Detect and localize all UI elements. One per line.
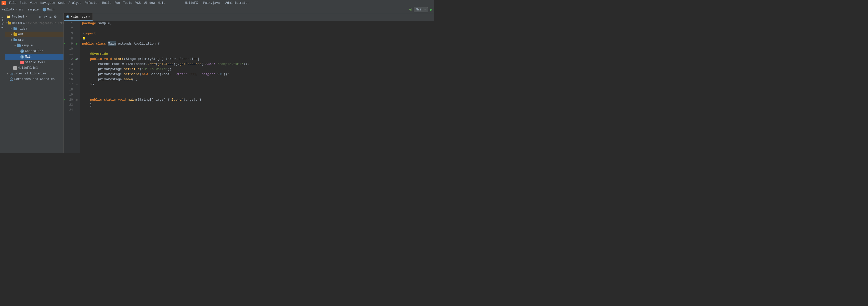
breadcrumb-src[interactable]: src [18, 8, 24, 11]
tree-item-out[interactable]: ▶ out [5, 32, 63, 37]
scratches-label: Scratches and Consoles [14, 77, 55, 81]
code-line-19 [82, 92, 432, 97]
tree-item-scratches[interactable]: c Scratches and Consoles [5, 76, 63, 82]
breadcrumb-main[interactable]: Main [47, 8, 55, 11]
code-content[interactable]: package sample; ⊟import ... 💡 public cla… [80, 21, 434, 153]
sidebar-collapse-button[interactable]: ⇌ [43, 14, 48, 19]
run-config-button[interactable]: Main ▼ [414, 7, 428, 12]
main-label: Main [25, 55, 32, 59]
tree-item-idea[interactable]: ▶ .idea [5, 26, 63, 32]
classname-app: Application [134, 41, 156, 46]
out-label: out [18, 33, 24, 36]
close-15: )); [223, 72, 229, 77]
menu-build[interactable]: Build [101, 1, 113, 5]
dot-13a: . [146, 62, 148, 67]
hellofx-path: D:\IdeaProjects\HelloFX [26, 22, 63, 25]
tree-item-src[interactable]: ▼ src [5, 37, 63, 43]
run-button-icon[interactable]: ▶ [430, 7, 433, 12]
var-root: root = [112, 62, 126, 67]
extends-kw: extends [116, 41, 134, 46]
idea-label: .idea [18, 27, 27, 31]
tree-item-iml[interactable]: HelloFX.iml [5, 65, 63, 71]
method-getresource: getResource [180, 62, 202, 67]
menu-analyze[interactable]: Analyze [67, 1, 83, 5]
nav-back-icon[interactable]: ◄ [409, 7, 412, 12]
menu-refactor[interactable]: Refactor [83, 1, 101, 5]
tab-close-icon[interactable]: ✕ [89, 15, 90, 18]
sample-fxml-label: sample.fxml [25, 61, 45, 64]
code-line-24 [82, 107, 432, 113]
line-num-1: 1 [64, 21, 74, 26]
tree-item-main[interactable]: C Main [5, 54, 63, 60]
comma-15: , [195, 72, 202, 77]
menu-file[interactable]: File [8, 1, 18, 5]
tree-item-hellofx[interactable]: ▼ HelloFX D:\IdeaProjects\HelloFX [5, 21, 63, 26]
code-line-20: public static void main(String[] args) {… [82, 97, 432, 102]
sidebar-settings-button[interactable]: ⚙ [53, 14, 58, 19]
code-area: 1 2 3 8 ▶9 10 11 12 13 14 15 16 17 18 [64, 21, 434, 153]
fold-brace-icon[interactable]: ⊟ [90, 82, 92, 87]
sidebar-dropdown-icon[interactable]: ▼ [26, 15, 27, 18]
sidebar-filter-button[interactable]: ≡ [49, 14, 52, 19]
line-num-14: 14 [64, 67, 74, 72]
kw-static-20: static [104, 97, 118, 102]
code-line-1: package sample; [82, 21, 432, 26]
line-num-11: 11 [64, 52, 74, 57]
fxml-icon [21, 61, 24, 64]
hellofx-folder-icon [8, 22, 11, 25]
breadcrumb-hellofx[interactable]: HelloFX [2, 8, 14, 11]
fold-gutter-20[interactable]: ⊟ [76, 99, 78, 101]
run-gutter-9[interactable]: ▶ [76, 42, 78, 45]
app-icon: J [2, 1, 6, 5]
menu-help[interactable]: Help [156, 1, 167, 5]
method-launch: launch [172, 97, 184, 102]
menu-window[interactable]: Window [142, 1, 156, 5]
menu-navigate[interactable]: Navigate [39, 1, 57, 5]
indent-12 [82, 57, 90, 62]
close-main: (args); } [184, 97, 202, 102]
code-line-2 [82, 26, 432, 31]
run-gutter-20[interactable]: ▶ [75, 99, 76, 101]
param-label-height: height: [202, 72, 217, 77]
project-tab[interactable]: Project [1, 14, 5, 30]
tree-item-controller[interactable]: C Controller [5, 48, 63, 54]
method-start: start [114, 57, 124, 62]
arrow-ext: ▶ [6, 72, 10, 75]
tree-item-sample-fxml[interactable]: sample.fxml [5, 60, 63, 65]
kw-import: import [84, 31, 98, 36]
run-gutter-12[interactable]: ▶ [75, 58, 76, 60]
code-line-3: ⊟import ... [82, 31, 432, 36]
tree-item-sample[interactable]: ▼ sample [5, 43, 63, 48]
line-numbers: 1 2 3 8 ▶9 10 11 12 13 14 15 16 17 18 [64, 21, 74, 153]
code-line-11: @Override [82, 52, 432, 57]
line-num-9: ▶9 [64, 41, 74, 46]
menu-code[interactable]: Code [57, 1, 67, 5]
sidebar-close-button[interactable]: − [58, 14, 62, 19]
tree-item-ext-libs[interactable]: ▶ External Libraries [5, 71, 63, 76]
lightbulb-icon[interactable]: 💡 [82, 36, 86, 41]
fold-import-icon[interactable]: ⊟ [82, 31, 84, 36]
menu-view[interactable]: View [29, 1, 39, 5]
tab-main-java[interactable]: C Main.java ✕ [64, 13, 93, 21]
ext-libs-label: External Libraries [13, 72, 46, 75]
breadcrumb-sample[interactable]: sample [28, 8, 38, 11]
menu-tools[interactable]: Tools [122, 1, 134, 5]
line-num-16: 16 [64, 77, 74, 82]
tab-bar: C Main.java ✕ [64, 13, 434, 21]
menu-edit[interactable]: Edit [18, 1, 29, 5]
close-13: )); [243, 62, 249, 67]
arrow-out: ▶ [10, 33, 13, 36]
kw-public-12: public [90, 57, 104, 62]
menu-run[interactable]: Run [113, 1, 122, 5]
sidebar-locate-button[interactable]: ⊕ [38, 14, 42, 19]
sidebar-actions: ⊕ ⇌ ≡ ⚙ − [38, 14, 62, 19]
folder-icon: 📁 [7, 15, 11, 19]
run-config-dropdown-icon: ▼ [424, 8, 426, 11]
menu-vcs[interactable]: VCS [134, 1, 143, 5]
fold-gutter-17[interactable]: ⊟ [76, 83, 78, 86]
code-line-18 [82, 87, 432, 92]
code-line-10 [82, 46, 432, 52]
fold-gutter-12[interactable]: ⊟ [78, 58, 79, 61]
scratches-icon: c [10, 77, 13, 81]
classname-main: Main [108, 41, 116, 46]
